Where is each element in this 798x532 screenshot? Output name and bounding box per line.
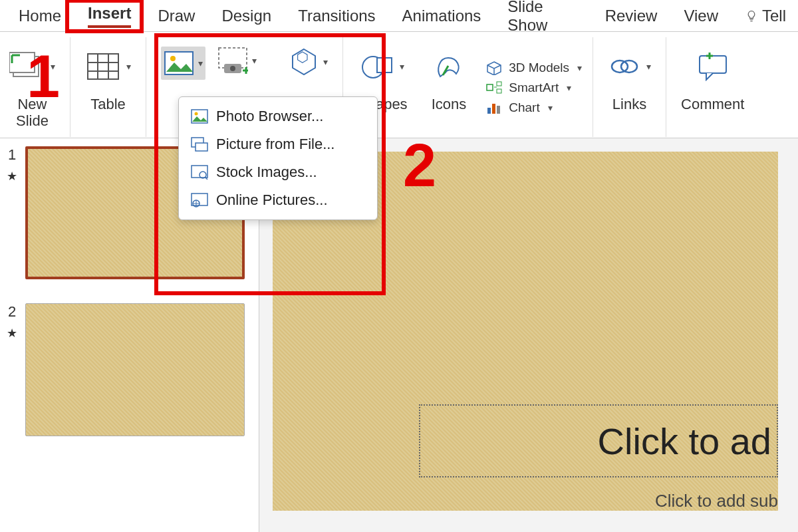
- comment-icon: [696, 52, 730, 81]
- thumbnail-row-2: 2 ★: [4, 303, 255, 436]
- tab-home[interactable]: Home: [7, 0, 73, 32]
- comment-button[interactable]: Comment: [672, 37, 753, 138]
- annotation-number-2: 2: [403, 132, 436, 200]
- tab-review[interactable]: Review: [593, 0, 670, 32]
- smartart-icon: [486, 81, 502, 94]
- table-button[interactable]: ▾ Table: [76, 37, 140, 138]
- ribbon-separator: [146, 37, 146, 137]
- subtitle-placeholder[interactable]: Click to add sub: [655, 491, 778, 511]
- slide-thumbnail-2[interactable]: [25, 303, 245, 436]
- table-label: Table: [90, 96, 126, 112]
- screenshot-button[interactable]: ▾: [217, 47, 257, 74]
- subtitle-placeholder-text: Click to add sub: [655, 491, 778, 511]
- ribbon-tabs: Home Insert Draw Design Transitions Anim…: [0, 0, 798, 32]
- tell-me-search[interactable]: Tell: [733, 0, 798, 32]
- bulb-icon: [745, 9, 758, 23]
- svg-rect-18: [700, 56, 726, 73]
- workspace: 1 ★ 2 ★ Click to ad Click to add sub: [0, 138, 798, 532]
- title-placeholder-text: Click to ad: [598, 420, 771, 463]
- svg-rect-15: [497, 106, 500, 114]
- chevron-down-icon: ▾: [646, 61, 651, 72]
- menu-stock-images[interactable]: Stock Images...: [182, 158, 374, 186]
- icons-button[interactable]: Icons: [422, 37, 476, 138]
- picture-file-icon: [191, 137, 208, 152]
- chevron-down-icon: ▾: [126, 61, 131, 72]
- menu-label: Picture from File...: [216, 136, 334, 153]
- smartart-button[interactable]: SmartArt ▾: [486, 80, 582, 95]
- svg-rect-2: [88, 54, 118, 79]
- svg-rect-11: [497, 82, 501, 86]
- graphics-group: 3D Models ▾ SmartArt ▾ Chart ▾: [481, 37, 587, 138]
- svg-point-17: [621, 61, 637, 72]
- icons-icon: [434, 51, 464, 82]
- animation-star-icon: ★: [7, 326, 17, 340]
- menu-label: Photo Browser...: [216, 108, 323, 125]
- pictures-dropdown: Photo Browser... Picture from File... St…: [178, 96, 378, 220]
- chevron-down-icon: ▾: [567, 82, 571, 93]
- tab-slide-show[interactable]: Slide Show: [495, 0, 590, 41]
- links-icon: [608, 53, 641, 80]
- cube-icon: [486, 61, 502, 75]
- tab-view[interactable]: View: [672, 0, 730, 32]
- tell-me-label: Tell: [762, 7, 786, 25]
- svg-rect-22: [196, 143, 207, 151]
- chevron-down-icon: ▾: [198, 58, 203, 68]
- tab-design[interactable]: Design: [209, 0, 283, 32]
- tab-insert[interactable]: Insert: [76, 0, 143, 35]
- chevron-down-icon: ▾: [323, 57, 328, 67]
- thumbnail-number: 1: [8, 146, 16, 164]
- ribbon-separator: [666, 37, 666, 137]
- chevron-down-icon: ▾: [577, 63, 582, 73]
- pictures-button[interactable]: ▾: [161, 47, 205, 80]
- menu-online-pictures[interactable]: Online Pictures...: [182, 186, 374, 214]
- chart-label: Chart: [509, 100, 539, 115]
- svg-rect-9: [377, 58, 392, 72]
- hexagon-icon: [289, 47, 319, 77]
- annotation-number-1: 1: [27, 43, 60, 111]
- title-placeholder[interactable]: Click to ad: [419, 404, 778, 477]
- svg-rect-13: [487, 108, 491, 114]
- tab-insert-label: Insert: [88, 4, 131, 22]
- online-pictures-icon: [191, 193, 208, 207]
- shapes-icon: [361, 51, 394, 82]
- icons-label: Icons: [432, 96, 467, 112]
- ribbon-separator: [593, 37, 593, 137]
- menu-photo-browser[interactable]: Photo Browser...: [182, 102, 374, 130]
- svg-point-20: [195, 112, 198, 116]
- chevron-down-icon: ▾: [400, 61, 404, 72]
- photo-album-button[interactable]: ▾: [289, 47, 328, 77]
- photo-browser-icon: [191, 109, 208, 124]
- chart-button[interactable]: Chart ▾: [486, 100, 582, 115]
- ribbon-insert: ▾ New Slide ▾ Table ▾ ▾ ▾ ▾ Shapes: [0, 32, 798, 138]
- thumbnail-number: 2: [8, 303, 16, 321]
- svg-rect-12: [497, 89, 501, 93]
- menu-picture-from-file[interactable]: Picture from File...: [182, 130, 374, 158]
- svg-point-7: [230, 66, 235, 71]
- ribbon-separator: [70, 37, 70, 137]
- table-icon: [85, 51, 121, 82]
- svg-rect-14: [492, 104, 495, 114]
- links-label: Links: [612, 96, 646, 112]
- screenshot-icon: [217, 47, 248, 74]
- tab-transitions[interactable]: Transitions: [286, 0, 387, 32]
- animation-star-icon: ★: [7, 169, 17, 184]
- pictures-icon: [164, 51, 194, 76]
- svg-point-16: [612, 61, 628, 72]
- svg-rect-10: [487, 84, 493, 90]
- stock-images-icon: [191, 165, 208, 180]
- tab-draw[interactable]: Draw: [146, 0, 207, 32]
- chart-icon: [486, 101, 502, 114]
- svg-point-4: [170, 56, 176, 61]
- chevron-down-icon: ▾: [252, 55, 257, 66]
- 3d-models-label: 3D Models: [509, 61, 569, 75]
- comment-label: Comment: [681, 96, 744, 112]
- tab-animations[interactable]: Animations: [390, 0, 493, 32]
- 3d-models-button[interactable]: 3D Models ▾: [486, 61, 582, 75]
- tab-active-underline: [88, 25, 131, 28]
- chevron-down-icon: ▾: [548, 102, 553, 113]
- menu-label: Online Pictures...: [216, 192, 328, 209]
- links-button[interactable]: ▾ Links: [598, 37, 660, 138]
- menu-label: Stock Images...: [216, 164, 317, 181]
- smartart-label: SmartArt: [509, 80, 559, 95]
